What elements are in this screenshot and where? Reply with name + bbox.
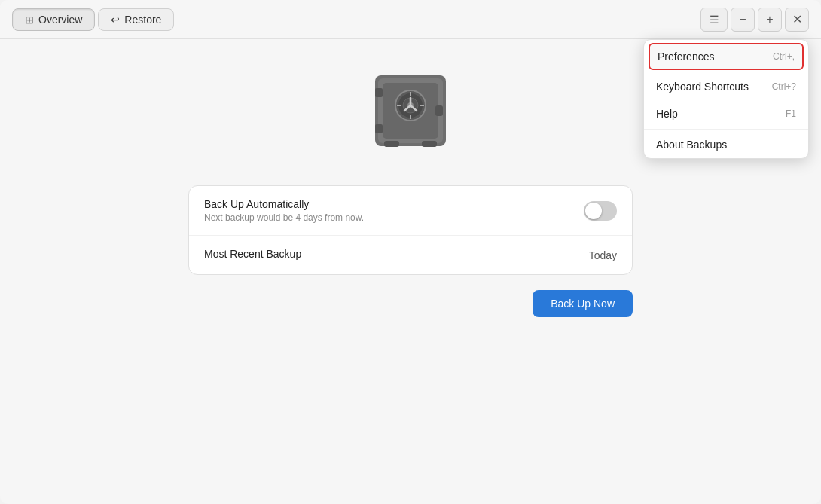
backup-card: Back Up Automatically Next backup would … bbox=[188, 185, 633, 275]
safe-icon bbox=[369, 69, 452, 152]
menu-item-preferences[interactable]: Preferences Ctrl+, bbox=[649, 43, 804, 70]
backup-btn-container: Back Up Now bbox=[188, 290, 633, 317]
close-button[interactable]: ✕ bbox=[785, 8, 809, 32]
help-shortcut: F1 bbox=[786, 108, 796, 119]
auto-backup-info: Back Up Automatically Next backup would … bbox=[204, 198, 364, 223]
recent-backup-row: Most Recent Backup Today bbox=[189, 235, 632, 274]
menu-item-keyboard-shortcuts[interactable]: Keyboard Shortcuts Ctrl+? bbox=[644, 73, 808, 100]
tab-overview[interactable]: ⊞ Overview bbox=[12, 8, 95, 31]
svg-rect-4 bbox=[375, 124, 383, 133]
svg-rect-5 bbox=[435, 105, 443, 116]
window-controls: ☰ − + ✕ bbox=[700, 8, 809, 32]
close-icon: ✕ bbox=[792, 12, 802, 26]
minimize-button[interactable]: − bbox=[731, 8, 755, 32]
auto-backup-toggle[interactable] bbox=[584, 201, 617, 221]
menu-item-help[interactable]: Help F1 bbox=[644, 100, 808, 127]
recent-backup-label: Most Recent Backup bbox=[204, 248, 301, 260]
safe-icon-container bbox=[369, 69, 452, 155]
recent-backup-info: Most Recent Backup bbox=[204, 248, 301, 262]
tab-group: ⊞ Overview ↩ Restore bbox=[12, 8, 174, 31]
svg-rect-18 bbox=[422, 141, 437, 147]
app-window: ⊞ Overview ↩ Restore ☰ − + ✕ bbox=[0, 0, 821, 504]
menu-button[interactable]: ☰ bbox=[700, 8, 728, 32]
auto-backup-subtitle: Next backup would be 4 days from now. bbox=[204, 212, 364, 223]
back-up-now-button[interactable]: Back Up Now bbox=[533, 290, 633, 317]
overview-icon: ⊞ bbox=[25, 14, 34, 26]
svg-rect-3 bbox=[375, 88, 383, 97]
hamburger-icon: ☰ bbox=[710, 14, 719, 26]
about-label: About Backups bbox=[656, 139, 727, 151]
toggle-knob bbox=[585, 203, 602, 219]
menu-divider bbox=[644, 129, 808, 130]
keyboard-shortcuts-label: Keyboard Shortcuts bbox=[656, 81, 749, 93]
dropdown-menu: Preferences Ctrl+, Keyboard Shortcuts Ct… bbox=[643, 39, 809, 159]
preferences-shortcut: Ctrl+, bbox=[773, 51, 795, 62]
maximize-icon: + bbox=[766, 13, 773, 26]
maximize-button[interactable]: + bbox=[758, 8, 782, 32]
auto-backup-row: Back Up Automatically Next backup would … bbox=[189, 186, 632, 235]
minimize-icon: − bbox=[739, 13, 746, 26]
auto-backup-label: Back Up Automatically bbox=[204, 198, 364, 210]
svg-rect-17 bbox=[384, 141, 399, 147]
help-label: Help bbox=[656, 108, 678, 120]
recent-backup-value: Today bbox=[589, 249, 617, 261]
restore-icon: ↩ bbox=[111, 14, 120, 26]
preferences-label: Preferences bbox=[658, 50, 714, 63]
tab-restore-label: Restore bbox=[124, 14, 161, 26]
tab-overview-label: Overview bbox=[38, 14, 82, 26]
toolbar: ⊞ Overview ↩ Restore ☰ − + ✕ bbox=[0, 0, 821, 39]
tab-restore[interactable]: ↩ Restore bbox=[98, 8, 174, 31]
keyboard-shortcuts-shortcut: Ctrl+? bbox=[772, 81, 796, 92]
menu-item-about[interactable]: About Backups bbox=[644, 131, 808, 158]
